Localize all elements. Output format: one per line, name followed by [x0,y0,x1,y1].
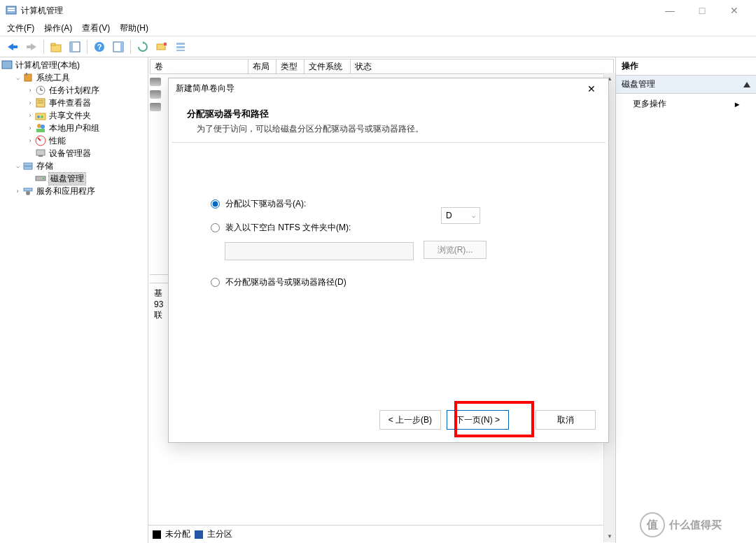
expand-icon[interactable]: ⌵ [13,74,22,81]
actions-disk-management[interactable]: 磁盘管理 [616,76,756,94]
watermark-badge: 值 [640,512,665,537]
up-button[interactable] [48,38,64,55]
dialog-close-button[interactable]: ✕ [578,80,606,98]
expand-icon[interactable]: › [25,99,35,106]
radio-mount-folder[interactable] [211,223,220,232]
menu-file[interactable]: 文件(F) [7,22,34,34]
menu-help[interactable]: 帮助(H) [120,22,148,34]
svg-text:?: ? [97,43,102,51]
col-filesystem[interactable]: 文件系统 [304,59,351,73]
list-button[interactable] [172,38,189,55]
svg-rect-40 [24,163,32,166]
svg-point-45 [26,191,30,195]
expand-icon[interactable]: › [13,188,22,195]
tree-device-manager[interactable]: › 设备管理器 [1,147,146,160]
svg-rect-8 [51,43,55,45]
dialog-button-row: < 上一步(B) 下一页(N) > 取消 [169,402,608,442]
minimize-button[interactable]: — [654,0,686,21]
expand-icon[interactable]: ⌵ [13,162,22,169]
disk-icon [150,78,161,86]
toolbar: ? [0,36,756,57]
svg-rect-6 [27,45,31,48]
col-layout[interactable]: 布局 [248,59,276,73]
menu-view[interactable]: 查看(V) [82,22,110,34]
back-button[interactable] [4,38,21,55]
tree-system-tools[interactable]: ⌵ 系统工具 [1,71,146,84]
svg-rect-41 [24,167,32,169]
view-toggle-button[interactable] [66,38,83,55]
option-mount-folder[interactable]: 装入以下空白 NTFS 文件夹中(M): [211,216,573,239]
dialog-body: 分配以下驱动器号(A): 装入以下空白 NTFS 文件夹中(M): 浏览(R).… [169,143,608,402]
col-volume[interactable]: 卷 [150,59,248,73]
svg-rect-1 [8,8,15,9]
radio-no-assign[interactable] [211,278,220,287]
svg-rect-23 [26,73,27,76]
settings-button[interactable] [153,38,170,55]
app-icon [6,5,17,16]
next-button[interactable]: 下一页(N) > [447,410,509,430]
col-status[interactable]: 状态 [351,59,613,73]
legend-unallocated: 未分配 [165,528,190,540]
tree-disk-management[interactable]: › 磁盘管理 [1,172,146,185]
svg-rect-18 [176,43,185,45]
menu-bar: 文件(F) 操作(A) 查看(V) 帮助(H) [0,21,756,36]
svg-point-43 [43,178,44,179]
expand-icon[interactable]: › [25,125,35,132]
dialog-heading: 分配驱动器号和路径 [169,98,608,122]
dialog-subtext: 为了便于访问，可以给磁盘分区分配驱动器号或驱动器路径。 [169,122,608,142]
svg-rect-4 [13,45,18,48]
svg-rect-39 [38,155,43,157]
help-button[interactable]: ? [91,38,108,55]
browse-button: 浏览(R)... [424,241,486,259]
tree-local-users[interactable]: › 本地用户和组 [1,122,146,134]
tree-root[interactable]: 计算机管理(本地) [1,59,146,71]
forward-button[interactable] [23,38,40,55]
svg-point-31 [37,115,40,118]
svg-rect-35 [36,129,45,132]
actions-more[interactable]: 更多操作 ▸ [616,94,756,114]
watermark: 值 什么值得买 [640,511,752,539]
tree-task-scheduler[interactable]: › 任务计划程序 [1,84,146,97]
legend-swatch-primary [195,530,203,539]
disk-icon [150,103,161,111]
drive-letter-select[interactable]: D ⌵ [441,207,480,224]
svg-rect-22 [24,74,31,81]
radio-assign-letter[interactable] [211,199,220,209]
svg-rect-19 [176,46,185,48]
back-button[interactable]: < 上一步(B) [379,410,441,430]
svg-point-33 [37,124,41,128]
navigation-tree: 计算机管理(本地) ⌵ 系统工具 › 任务计划程序 › 事件查看器 › 共享文件… [0,57,148,543]
tree-shared-folders[interactable]: › 共享文件夹 [1,109,146,122]
scroll-down-button[interactable]: ▼ [604,530,615,542]
tree-event-viewer[interactable]: › 事件查看器 [1,97,146,109]
legend-primary: 主分区 [207,528,232,540]
option-no-assign[interactable]: 不分配驱动器号或驱动器路径(D) [211,270,573,294]
close-button[interactable]: ✕ [718,0,750,21]
chevron-down-icon: ⌵ [472,212,475,219]
legend-bar: 未分配 主分区 [148,525,615,543]
maximize-button[interactable]: □ [686,0,718,21]
tree-storage[interactable]: ⌵ 存储 [1,160,146,172]
cancel-button[interactable]: 取消 [536,410,596,430]
svg-point-32 [41,115,43,118]
svg-point-34 [41,125,45,129]
tree-performance[interactable]: › 性能 [1,134,146,147]
chevron-right-icon: ▸ [735,99,739,109]
dialog-title: 新建简单卷向导 [169,78,608,98]
expand-icon[interactable]: › [25,112,35,119]
svg-rect-44 [24,188,32,191]
new-volume-wizard-dialog: 新建简单卷向导 ✕ 分配驱动器号和路径 为了便于访问，可以给磁盘分区分配驱动器号… [168,78,609,443]
collapse-icon [743,82,750,87]
refresh-button[interactable] [134,38,151,55]
option-assign-letter[interactable]: 分配以下驱动器号(A): [211,192,573,216]
svg-marker-5 [31,43,36,50]
col-type[interactable]: 类型 [276,59,304,73]
pane-button[interactable] [110,38,127,55]
volume-table-header: 卷 布局 类型 文件系统 状态 [150,59,614,74]
watermark-text: 什么值得买 [669,519,722,532]
expand-icon[interactable]: › [25,87,35,94]
expand-icon[interactable]: › [25,137,35,144]
svg-rect-2 [8,10,15,11]
menu-action[interactable]: 操作(A) [44,22,72,34]
tree-services-apps[interactable]: › 服务和应用程序 [1,185,146,197]
